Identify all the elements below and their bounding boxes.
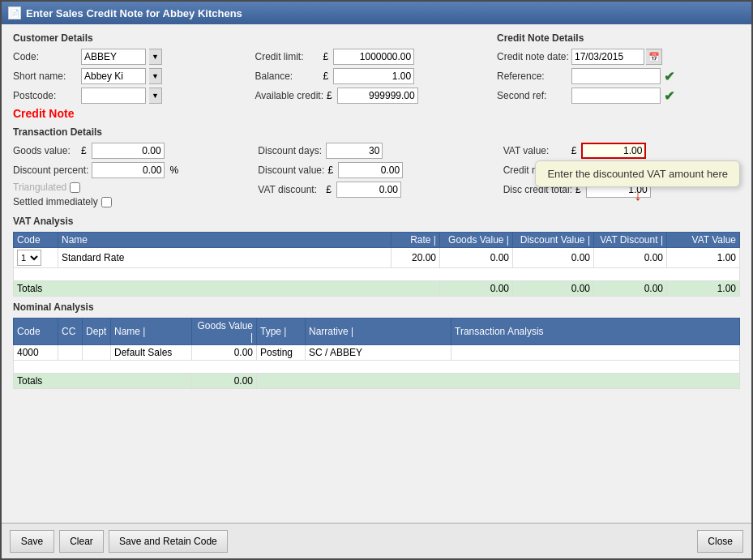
vat-empty-row — [14, 268, 740, 281]
vat-discount-currency: £ — [326, 184, 332, 195]
save-retain-button[interactable]: Save and Retain Code — [109, 530, 228, 553]
goods-value-input[interactable] — [92, 143, 165, 159]
title-bar: 📄 Enter Sales Credit Note for Abbey Kitc… — [2, 2, 751, 24]
vat-total-goods: 0.00 — [440, 281, 513, 297]
vat-row-vat-discount: 0.00 — [594, 248, 667, 268]
discount-value-input[interactable] — [338, 162, 403, 178]
nominal-totals-spacer — [257, 374, 740, 389]
vat-value-input[interactable] — [581, 143, 646, 159]
calendar-icon[interactable]: 📅 — [646, 49, 662, 65]
discount-days-input[interactable] — [326, 143, 383, 159]
tooltip-box: Enter the discounted VAT amount here — [535, 160, 740, 187]
vat-table-header: Code Name Rate | Goods Value | Discount … — [14, 233, 740, 248]
transaction-details-title: Transaction Details — [13, 126, 740, 138]
reference-input[interactable] — [571, 68, 661, 84]
vat-analysis-table: Code Name Rate | Goods Value | Discount … — [13, 232, 740, 297]
financial-top-panel: Credit limit: £ Balance: £ Available cre… — [255, 32, 481, 122]
second-ref-row: Second ref: ✔ — [497, 88, 740, 104]
postcode-dropdown[interactable]: ▼ — [149, 88, 162, 104]
vat-col-goods: Goods Value | — [440, 233, 513, 248]
discount-value-currency: £ — [327, 165, 333, 176]
vat-col-rate: Rate | — [391, 233, 440, 248]
credit-note-details-title: Credit Note Details — [497, 32, 740, 44]
nom-row-type: Posting — [257, 345, 306, 361]
postcode-input[interactable] — [81, 88, 146, 104]
credit-note-type-label: Credit Note — [13, 107, 239, 120]
discount-days-label: Discount days: — [258, 145, 323, 156]
close-button[interactable]: Close — [697, 530, 743, 553]
nom-col-narrative: Narrative | — [306, 318, 451, 345]
vat-totals-label: Totals — [14, 281, 440, 297]
nominal-analysis-title: Nominal Analysis — [13, 301, 740, 313]
second-ref-tick-icon: ✔ — [664, 88, 674, 104]
nom-col-name: Name | — [111, 318, 192, 345]
settled-immediately-checkbox[interactable] — [101, 197, 112, 207]
vat-col-vat-value: VAT Value — [667, 233, 740, 248]
reference-row: Reference: ✔ — [497, 68, 740, 84]
nominal-analysis-panel: Nominal Analysis Code CC Dept Name | Goo… — [13, 301, 740, 389]
goods-value-label: Goods value: — [13, 145, 78, 156]
code-dropdown[interactable]: ▼ — [149, 49, 162, 65]
footer: Save Clear Save and Retain Code Close — [2, 523, 751, 558]
nom-row-cc — [58, 345, 83, 361]
main-window: 📄 Enter Sales Credit Note for Abbey Kitc… — [0, 0, 753, 560]
date-input[interactable] — [571, 49, 644, 65]
clear-button[interactable]: Clear — [59, 530, 104, 553]
balance-input[interactable] — [333, 68, 414, 84]
credit-note-details-panel: Credit Note Details Credit note date: 📅 … — [497, 32, 740, 122]
date-row: Credit note date: 📅 — [497, 49, 740, 65]
available-credit-currency: £ — [327, 90, 332, 101]
nom-col-code: Code — [14, 318, 58, 345]
vat-row-discount-value: 0.00 — [513, 248, 594, 268]
customer-details-panel: Customer Details Code: ▼ Short name: ▼ P… — [13, 32, 239, 122]
nom-row-dept — [83, 345, 111, 361]
vat-discount-row: VAT discount: £ — [258, 182, 494, 198]
code-input[interactable] — [81, 49, 146, 65]
discount-percent-input[interactable] — [92, 162, 165, 178]
short-name-label: Short name: — [13, 71, 78, 82]
code-label: Code: — [13, 51, 78, 62]
balance-currency: £ — [323, 71, 329, 82]
nom-row-code: 4000 — [14, 345, 58, 361]
nominal-table-row: 4000 Default Sales 0.00 Posting SC / ABB… — [14, 345, 740, 361]
vat-code-select[interactable]: 1 — [17, 250, 41, 266]
vat-discount-input[interactable] — [336, 182, 401, 198]
code-row: Code: ▼ — [13, 49, 239, 65]
save-button[interactable]: Save — [10, 530, 54, 553]
credit-limit-currency: £ — [323, 51, 329, 62]
nominal-total-goods: 0.00 — [192, 374, 257, 389]
nom-col-type: Type | — [257, 318, 306, 345]
reference-label: Reference: — [497, 71, 570, 82]
discount-value-label: Discount value: — [258, 165, 324, 176]
nom-row-name: Default Sales — [111, 345, 192, 361]
transaction-left-col: Goods value: £ Discount percent: % Trian… — [13, 143, 250, 211]
credit-limit-input[interactable] — [333, 49, 414, 65]
settled-immediately-label: Settled immediately — [13, 196, 98, 207]
credit-limit-label: Credit limit: — [255, 51, 320, 62]
short-name-dropdown[interactable]: ▼ — [149, 68, 162, 84]
available-credit-row: Available credit: £ — [255, 88, 481, 104]
vat-total-vat-value: 1.00 — [667, 281, 740, 297]
balance-row: Balance: £ — [255, 68, 481, 84]
goods-value-row: Goods value: £ — [13, 143, 250, 159]
vat-row-rate: 20.00 — [391, 248, 440, 268]
nom-col-cc: CC — [58, 318, 83, 345]
nom-col-transaction: Transaction Analysis — [451, 318, 740, 345]
nom-row-narrative: SC / ABBEY — [306, 345, 451, 361]
triangulated-checkbox[interactable] — [70, 182, 80, 193]
nom-row-transaction — [451, 345, 740, 361]
second-ref-input[interactable] — [571, 88, 661, 104]
short-name-input[interactable] — [81, 68, 146, 84]
vat-col-discount: Discount Value | — [513, 233, 594, 248]
date-label: Credit note date: — [497, 51, 570, 62]
triangulated-label: Triangulated — [13, 182, 66, 193]
short-name-row: Short name: ▼ — [13, 68, 239, 84]
percent-symbol: % — [169, 165, 178, 176]
vat-analysis-panel: VAT Analysis Code Name Rate | Goods Valu… — [13, 216, 740, 297]
available-credit-input[interactable] — [337, 88, 418, 104]
second-ref-label: Second ref: — [497, 90, 570, 101]
vat-value-label: VAT value: — [503, 145, 568, 156]
nom-col-dept: Dept — [83, 318, 111, 345]
discount-percent-label: Discount percent: — [13, 165, 88, 176]
window-icon: 📄 — [8, 6, 21, 19]
